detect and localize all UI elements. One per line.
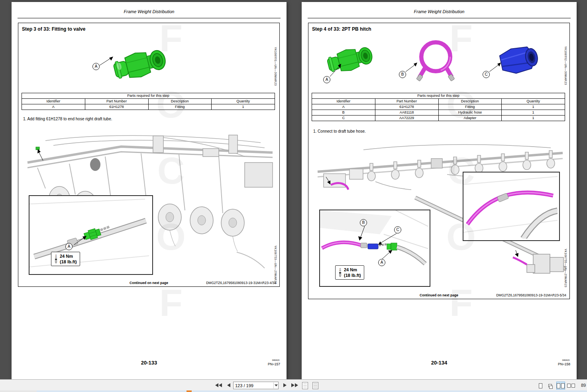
- hydraulic-hose-image: [415, 37, 457, 87]
- facing-pages-view-icon[interactable]: [556, 382, 565, 390]
- torque-value: 24 Nm: [60, 253, 77, 259]
- step-box: Step 4 of 33: 2PT PB hitch A: [308, 23, 570, 299]
- viewer-toolbar: 89: [0, 379, 587, 391]
- torque-icon: ⇩: [54, 255, 58, 263]
- table-row: B AA81118 Hydraulic hose 1: [312, 110, 565, 116]
- header-rule: [308, 18, 571, 18]
- torque-icon: ⇩: [338, 268, 342, 277]
- callout-a: A: [65, 243, 73, 250]
- connection-inset: B C A ⇩ 24 Nm (18 lb.ft): [319, 210, 430, 287]
- torque-callout: ⇩ 24 Nm (18 lb.ft): [335, 265, 364, 280]
- callout-b: B: [360, 219, 367, 226]
- pn-code: PN=157: [268, 362, 280, 366]
- parts-table: Parts required for this step Identifier …: [22, 93, 275, 110]
- document-page-left: Frame Weight Distribution FOCOF Step 3 o…: [12, 2, 287, 379]
- single-page-view-icon[interactable]: [536, 382, 545, 390]
- taskbar-segment: [0, 390, 37, 392]
- pn-code: PN=158: [558, 362, 570, 366]
- figure-code: YK108755—UN—29MAR23: [564, 249, 567, 287]
- next-page-button[interactable]: [281, 382, 289, 389]
- page-number: 20-133: [12, 360, 287, 366]
- col-description: Description: [438, 99, 502, 104]
- document-with-arrow-icon[interactable]: [302, 382, 308, 389]
- step-title: Step 4 of 33: 2PT PB hitch: [312, 26, 371, 32]
- callout-arrow: [98, 54, 116, 68]
- last-page-button[interactable]: [291, 382, 298, 389]
- header-rule: [18, 18, 281, 18]
- page-number-box: [233, 382, 279, 389]
- callout-arrow: [328, 61, 344, 78]
- col-quantity: Quantity: [502, 99, 565, 104]
- doc-code: DMG2TZ6,1679581080913-19-31MAR23-5/34: [496, 293, 566, 297]
- figure-code: YK108753—UN—29MAR23: [274, 245, 277, 284]
- page-number-input[interactable]: [234, 382, 273, 388]
- zoom-level: 89: [581, 383, 586, 388]
- col-quantity: Quantity: [212, 99, 275, 104]
- callout-c: C: [483, 71, 490, 78]
- figure-code: YK108992—UN—30MAR23: [564, 46, 567, 85]
- inset-illustration: [463, 172, 558, 239]
- green-fitting-image: [111, 36, 171, 90]
- detail-inset: A ⇩ 24 Nm (18 lb.ft): [29, 195, 153, 275]
- torque-alt-value: (18 lb.ft): [60, 259, 77, 265]
- step-title: Step 3 of 33: Fitting to valve: [22, 26, 85, 32]
- continuous-view-icon[interactable]: [546, 382, 555, 390]
- inset-illustration: [29, 196, 151, 272]
- parts-table-title: Parts required for this step: [312, 93, 565, 99]
- col-description: Description: [148, 99, 212, 104]
- table-row: A 61H1278 Fitting 1: [22, 104, 275, 110]
- callout-a: A: [378, 259, 385, 266]
- parts-table: Parts required for this step Identifier …: [312, 93, 565, 121]
- running-header: Frame Weight Distribution: [302, 9, 577, 14]
- previous-page-button[interactable]: [225, 382, 233, 389]
- callout-arrow: [489, 61, 503, 73]
- documents-stack-icon[interactable]: [312, 382, 318, 389]
- parts-table-title: Parts required for this step: [22, 93, 275, 99]
- print-code: 040423: [272, 359, 279, 361]
- pdf-viewer-window: Frame Weight Distribution FOCOF Step 3 o…: [0, 0, 587, 392]
- dropdown-arrow-icon[interactable]: [273, 382, 278, 388]
- instruction-text: 1. Connect to draft tube hose.: [313, 129, 366, 133]
- torque-alt-value: (18 lb.ft): [344, 272, 361, 278]
- col-identifier: Identifier: [22, 99, 85, 104]
- callout-a: A: [323, 76, 330, 83]
- print-code: 040423: [562, 359, 569, 361]
- figure-code: YK108991—UN—30MAR23: [274, 47, 277, 86]
- table-row: C AA72229 Adapter 1: [312, 116, 565, 121]
- col-part-number: Part Number: [85, 99, 148, 104]
- book-view-icon[interactable]: [567, 382, 575, 390]
- doc-code: DMG2TZ6,1679581080913-19-31MAR23-4/34: [206, 281, 276, 285]
- col-part-number: Part Number: [375, 99, 438, 104]
- running-header: Frame Weight Distribution: [12, 9, 287, 14]
- taskbar-edge: [0, 390, 587, 392]
- callout-arrow: [405, 61, 419, 73]
- first-page-button[interactable]: [214, 382, 222, 389]
- col-identifier: Identifier: [312, 99, 375, 104]
- step-box: Step 3 of 33: Fitting to valve A: [18, 23, 280, 287]
- callout-a: A: [92, 63, 100, 70]
- instruction-text: 1. Add fitting 61H1278 to end hose right…: [23, 117, 112, 121]
- callout-c: C: [394, 226, 401, 233]
- blue-adapter-image: [494, 37, 542, 81]
- callout-b: B: [399, 71, 406, 78]
- torque-value: 24 Nm: [344, 267, 361, 272]
- hose-routing-inset: [463, 172, 560, 241]
- torque-callout: ⇩ 24 Nm (18 lb.ft): [51, 252, 80, 266]
- document-page-right: Frame Weight Distribution FOCOF Step 4 o…: [302, 2, 577, 379]
- table-row: A 61H1278 Fitting 1: [312, 104, 565, 110]
- taskbar-app-icon: [187, 390, 192, 392]
- page-number: 20-134: [302, 360, 577, 366]
